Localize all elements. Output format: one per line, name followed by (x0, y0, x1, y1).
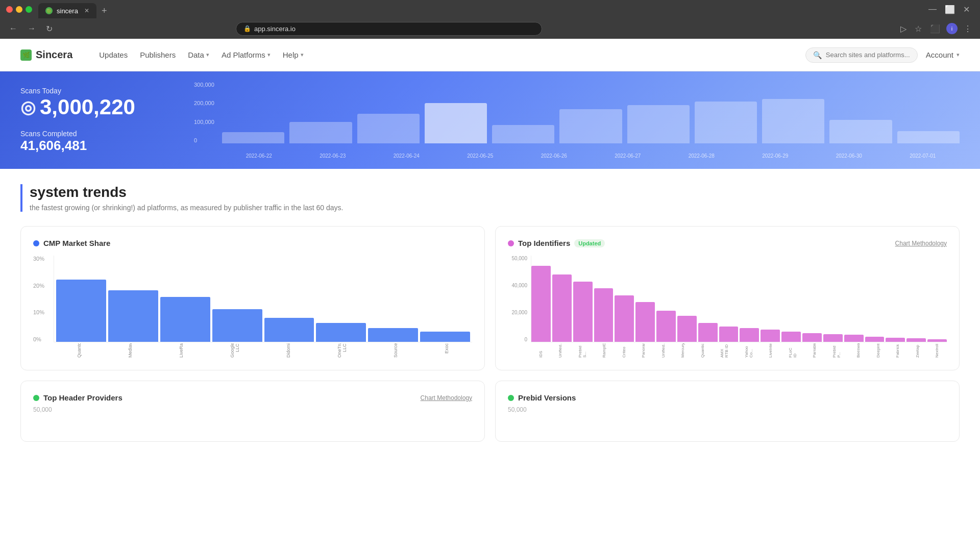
chart-methodology-link[interactable]: Chart Methodology (895, 240, 947, 247)
prebid-versions-title: Prebid Versions (508, 393, 576, 402)
main-content: system trends the fastest growing (or sh… (0, 169, 980, 457)
hero-chart: 300,000 200,000 100,000 0 2022-06-222022… (194, 82, 960, 159)
cmp-y-axis: 30% 20% 10% 0% (33, 256, 51, 342)
nav-forward-button[interactable]: → (24, 22, 39, 35)
id-bar (906, 338, 926, 342)
prebid-y-start: 50,000 (508, 406, 947, 413)
id-bar (552, 274, 572, 342)
profile-icon[interactable]: i (946, 23, 958, 34)
hero-bar (357, 114, 420, 143)
cmp-bar-chart: 30% 20% 10% 0% Quantcast...Mediavine...L… (33, 256, 472, 358)
id-bar (886, 338, 905, 342)
new-tab-button[interactable]: + (96, 4, 112, 18)
page-content: 🌿 Sincera Updates Publishers Data Ad Pla… (0, 39, 980, 551)
header-providers-methodology-link[interactable]: Chart Methodology (421, 394, 472, 402)
cmp-bar (56, 280, 106, 342)
browser-close-button[interactable] (6, 6, 13, 13)
url-display[interactable]: app.sincera.io (254, 25, 296, 33)
nav-ad-platforms[interactable]: Ad Platforms (222, 51, 271, 59)
menu-icon[interactable]: ⋮ (962, 22, 974, 36)
id-bar (698, 323, 718, 342)
nav-publishers[interactable]: Publishers (140, 51, 176, 59)
cmp-chart-card: CMP Market Share 30% 20% 10% 0% (20, 226, 485, 370)
nav-back-button[interactable]: ← (6, 22, 20, 35)
browser-max-button[interactable] (26, 6, 32, 13)
cmp-bar (160, 297, 210, 342)
header-providers-y-start: 50,000 (33, 406, 472, 413)
identifiers-chart-title: Top Identifiers Updated (508, 239, 605, 247)
site-logo[interactable]: 🌿 Sincera (20, 49, 72, 61)
nav-refresh-button[interactable]: ↻ (43, 22, 56, 36)
scans-completed-value: 41,606,481 (20, 138, 174, 154)
id-bar (761, 330, 780, 342)
hero-bar (425, 103, 487, 143)
browser-tab[interactable]: 🟢 sincera ✕ (38, 3, 96, 18)
id-bar (719, 327, 739, 342)
top-header-providers-title: Top Header Providers (33, 393, 122, 402)
section-header: system trends the fastest growing (or sh… (20, 184, 960, 212)
hero-banner: Scans Today ◎ 3,000,220 Scans Completed … (0, 71, 980, 169)
hero-bar (492, 125, 554, 143)
hero-bar (289, 122, 352, 143)
tab-close-icon[interactable]: ✕ (84, 7, 89, 14)
id-bar (802, 333, 822, 342)
nav-data[interactable]: Data (188, 51, 209, 59)
id-bar (615, 295, 634, 342)
hero-bar (559, 109, 622, 143)
bookmark-icon[interactable]: ☆ (913, 22, 924, 36)
cmp-bar (420, 332, 470, 342)
id-x-labels: IDSUnified...Prebid S...RampIDCriteoPano… (531, 343, 947, 358)
search-bar[interactable]: 🔍 (805, 47, 918, 63)
window-maximize-button[interactable]: ⬜ (943, 3, 957, 16)
cmp-bar (316, 323, 366, 342)
id-bar (635, 302, 655, 342)
hero-stats: Scans Today ◎ 3,000,220 Scans Completed … (20, 87, 174, 154)
hero-bar (222, 132, 284, 143)
search-icon: 🔍 (813, 51, 822, 59)
id-y-axis: 50,000 40,000 20,000 0 (508, 256, 529, 342)
cast-icon[interactable]: ▷ (898, 22, 909, 36)
bottom-cards: Top Header Providers Chart Methodology 5… (20, 381, 960, 442)
id-bar (740, 328, 759, 342)
prebid-versions-card: Prebid Versions 50,000 (495, 381, 960, 442)
scan-icon: ◎ (20, 97, 36, 117)
account-button[interactable]: Account (926, 51, 960, 59)
id-bar (781, 332, 801, 342)
url-lock-icon: 🔒 (243, 25, 251, 32)
id-bar (573, 282, 593, 342)
scans-today-label: Scans Today (20, 87, 174, 95)
hero-bar (897, 131, 960, 143)
hero-chart-x-axis: 2022-06-222022-06-232022-06-242022-06-25… (222, 153, 960, 159)
cmp-bar (212, 309, 262, 342)
window-minimize-button[interactable]: — (926, 3, 939, 16)
nav-links: Updates Publishers Data Ad Platforms Hel… (99, 51, 303, 59)
top-header-providers-header: Top Header Providers Chart Methodology (33, 393, 472, 402)
nav-updates[interactable]: Updates (99, 51, 128, 59)
account-label: Account (926, 51, 953, 59)
browser-min-button[interactable] (16, 6, 22, 13)
search-input[interactable] (826, 51, 910, 59)
window-close-button[interactable]: ✕ (961, 3, 972, 16)
tab-favicon: 🟢 (45, 7, 53, 14)
logo-icon: 🌿 (20, 49, 32, 61)
hero-bar (829, 120, 892, 143)
id-bar (844, 335, 864, 342)
identifiers-bar-chart: 50,000 40,000 20,000 0 IDSUnified...Preb… (508, 256, 947, 358)
hero-bar (695, 102, 757, 143)
id-bar (531, 266, 551, 342)
extension-icon[interactable]: ⬛ (928, 22, 942, 36)
charts-grid: CMP Market Share 30% 20% 10% 0% (20, 226, 960, 370)
identifiers-chart-card: Top Identifiers Updated Chart Methodolog… (495, 226, 960, 370)
hero-chart-bars (222, 82, 960, 143)
nav-help[interactable]: Help (283, 51, 304, 59)
logo-text: Sincera (36, 49, 72, 61)
cmp-bar (108, 290, 158, 342)
scans-today-section: Scans Today ◎ 3,000,220 (20, 87, 174, 119)
cmp-bar (264, 318, 314, 342)
section-title: system trends (30, 184, 960, 201)
top-header-providers-card: Top Header Providers Chart Methodology 5… (20, 381, 485, 442)
cmp-chart-header: CMP Market Share (33, 239, 472, 247)
scans-completed-label: Scans Completed (20, 130, 174, 138)
id-bar (927, 339, 947, 342)
identifiers-chart-header: Top Identifiers Updated Chart Methodolog… (508, 239, 947, 247)
